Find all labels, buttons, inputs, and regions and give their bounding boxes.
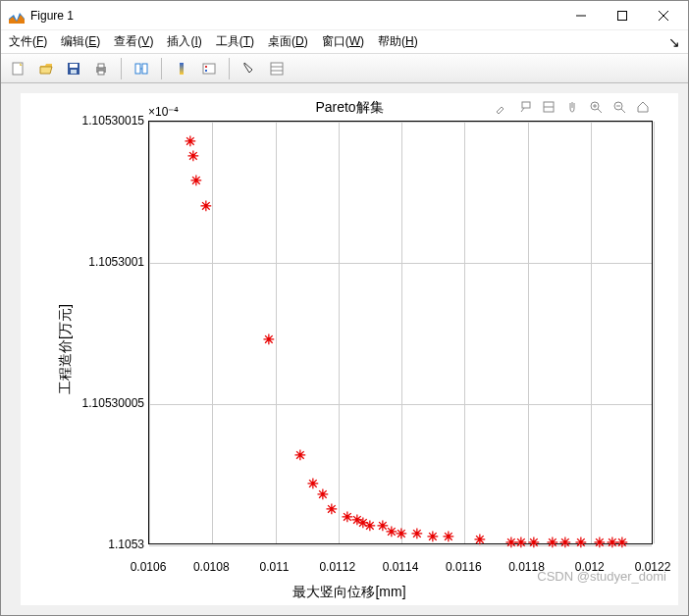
x-tick-label: 0.0118 — [508, 560, 545, 574]
data-point[interactable]: ✳ — [326, 503, 338, 515]
menu-edit[interactable]: 编辑(E) — [61, 33, 100, 50]
y-axis-label: 工程造价[万元] — [57, 304, 75, 394]
restore-view-icon[interactable] — [635, 99, 651, 115]
data-point[interactable]: ✳ — [364, 520, 376, 532]
x-tick-label: 0.0114 — [383, 560, 419, 574]
menu-insert[interactable]: 插入(I) — [167, 33, 201, 50]
svg-rect-8 — [70, 64, 78, 68]
insert-legend-button[interactable] — [197, 57, 221, 80]
window-minimize-button[interactable] — [560, 2, 602, 29]
data-point[interactable]: ✳ — [187, 150, 199, 162]
gridline — [149, 122, 652, 123]
svg-rect-17 — [203, 64, 215, 74]
gridline — [654, 122, 655, 543]
data-point[interactable]: ✳ — [616, 537, 628, 548]
data-point[interactable]: ✳ — [474, 534, 486, 545]
brush-icon[interactable] — [494, 99, 509, 115]
toolbar-separator — [121, 58, 122, 79]
data-point[interactable]: ✳ — [443, 531, 454, 542]
svg-rect-12 — [98, 71, 104, 75]
data-point[interactable]: ✳ — [317, 488, 329, 500]
gridline — [149, 122, 150, 543]
toolbar-separator — [229, 58, 230, 79]
data-point[interactable]: ✳ — [559, 537, 571, 548]
data-point[interactable]: ✳ — [185, 135, 196, 147]
window-title: Figure 1 — [30, 9, 560, 23]
datatip-icon[interactable] — [517, 99, 533, 115]
link-plots-button[interactable] — [130, 57, 153, 80]
x-tick-label: 0.011 — [259, 560, 289, 574]
x-tick-label: 0.0106 — [131, 560, 167, 574]
gridline — [464, 122, 465, 543]
toolbar — [1, 54, 688, 83]
open-button[interactable] — [34, 57, 58, 80]
menubar-overflow-icon[interactable]: ↘ — [668, 34, 680, 50]
x-tick-label: 0.0108 — [193, 560, 230, 574]
y-tick-label: 1.10530015 — [82, 114, 144, 128]
gridline — [591, 122, 592, 543]
axes-container: Pareto解集 ×10⁻⁴ ✳✳✳✳✳✳✳✳✳✳✳✳✳✳✳✳✳✳✳✳✳✳✳✳✳… — [21, 93, 678, 605]
data-point[interactable]: ✳ — [190, 175, 202, 186]
window-titlebar: Figure 1 — [1, 1, 688, 30]
data-point[interactable]: ✳ — [411, 528, 423, 539]
window-close-button[interactable] — [643, 2, 684, 29]
data-point[interactable]: ✳ — [294, 449, 306, 461]
figure-canvas: Pareto解集 ×10⁻⁴ ✳✳✳✳✳✳✳✳✳✳✳✳✳✳✳✳✳✳✳✳✳✳✳✳✳… — [1, 83, 688, 615]
data-point[interactable]: ✳ — [427, 531, 439, 542]
svg-rect-14 — [142, 64, 147, 74]
gridline — [528, 122, 529, 543]
data-point[interactable]: ✳ — [528, 537, 540, 548]
svg-rect-9 — [71, 70, 77, 74]
x-tick-label: 0.0122 — [635, 560, 671, 574]
svg-line-32 — [621, 109, 625, 113]
svg-line-24 — [521, 108, 524, 112]
gridline — [212, 122, 213, 543]
y-tick-label: 1.1053 — [108, 538, 144, 551]
x-tick-label: 0.0112 — [319, 560, 355, 574]
svg-rect-16 — [180, 63, 184, 75]
zoom-out-icon[interactable] — [611, 99, 627, 115]
save-button[interactable] — [62, 57, 85, 80]
svg-rect-11 — [98, 64, 104, 68]
y-tick-label: 1.1053001 — [88, 255, 144, 269]
plot-area[interactable]: ✳✳✳✳✳✳✳✳✳✳✳✳✳✳✳✳✳✳✳✳✳✳✳✳✳✳✳✳✳ — [148, 121, 653, 544]
data-point[interactable]: ✳ — [396, 528, 407, 539]
gridline — [149, 263, 652, 264]
y-tick-label: 1.10530005 — [82, 396, 144, 410]
insert-colorbar-button[interactable] — [170, 57, 193, 80]
data-point[interactable]: ✳ — [594, 537, 606, 548]
app-icon — [9, 8, 25, 24]
x-axis-label: 最大竖向位移[mm] — [21, 584, 678, 601]
window-maximize-button[interactable] — [602, 2, 643, 29]
rotate-icon[interactable] — [541, 99, 556, 115]
edit-plot-button[interactable] — [238, 57, 261, 80]
gridline — [149, 404, 652, 405]
open-property-inspector-button[interactable] — [265, 57, 289, 80]
data-point[interactable]: ✳ — [263, 334, 275, 345]
menu-tools[interactable]: 工具(T) — [216, 33, 254, 50]
data-point[interactable]: ✳ — [515, 537, 527, 548]
data-point[interactable]: ✳ — [547, 537, 558, 548]
menu-view[interactable]: 查看(V) — [114, 33, 153, 50]
pan-icon[interactable] — [564, 99, 580, 115]
svg-rect-2 — [618, 11, 627, 20]
svg-rect-20 — [271, 63, 283, 75]
axes-toolbar — [494, 99, 651, 115]
new-figure-button[interactable] — [7, 57, 30, 80]
data-point[interactable]: ✳ — [575, 537, 587, 548]
data-point[interactable]: ✳ — [200, 200, 212, 212]
print-button[interactable] — [89, 57, 113, 80]
svg-rect-23 — [522, 102, 530, 108]
svg-line-28 — [598, 109, 602, 113]
gridline — [276, 122, 277, 543]
gridline — [401, 122, 402, 543]
zoom-in-icon[interactable] — [588, 99, 604, 115]
menu-window[interactable]: 窗口(W) — [322, 33, 364, 50]
menubar: 文件(F) 编辑(E) 查看(V) 插入(I) 工具(T) 桌面(D) 窗口(W… — [1, 30, 688, 54]
menu-file[interactable]: 文件(F) — [9, 33, 47, 50]
y-axis-exponent: ×10⁻⁴ — [148, 105, 179, 119]
menu-help[interactable]: 帮助(H) — [378, 33, 418, 50]
toolbar-separator — [161, 58, 162, 79]
menu-desktop[interactable]: 桌面(D) — [268, 33, 308, 50]
x-tick-label: 0.012 — [575, 560, 605, 574]
